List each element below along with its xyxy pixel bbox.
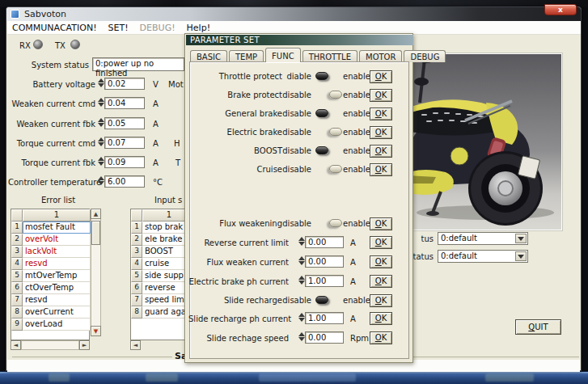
spinner-control[interactable] xyxy=(97,136,104,148)
tab-temp[interactable]: TEMP xyxy=(229,50,264,62)
spinner-control[interactable] xyxy=(298,311,305,323)
row-number: 4 xyxy=(11,258,23,270)
scooter-illustration xyxy=(408,54,561,230)
row-number: 9 xyxy=(11,319,23,331)
tab-debug[interactable]: DEBUG xyxy=(404,50,446,62)
weaken-current-cmd-field[interactable]: 0.04 xyxy=(104,97,145,109)
slide-recharge-toggle[interactable] xyxy=(315,296,338,305)
status-combobox[interactable]: 0:default xyxy=(438,250,528,263)
flux-weakening-toggle[interactable] xyxy=(319,219,342,228)
ok-label: OK xyxy=(370,276,391,287)
ok-button[interactable]: OK xyxy=(370,126,392,139)
error-cell[interactable]: mtOverTemp xyxy=(23,270,91,282)
torque-current-cmd-field[interactable]: 0.07 xyxy=(104,137,145,149)
ok-button[interactable]: OK xyxy=(370,236,392,249)
throttle-protect-toggle[interactable] xyxy=(315,72,338,81)
slide-rechage-speed-field[interactable]: 0.00 xyxy=(305,331,344,344)
tab-motor[interactable]: MOTOR xyxy=(359,50,402,62)
scroll-left-icon[interactable]: ◄ xyxy=(130,340,141,350)
ok-button[interactable]: OK xyxy=(370,89,392,102)
ok-button[interactable]: OK xyxy=(370,145,392,158)
torque-current-fbk-field[interactable]: 0.09 xyxy=(104,156,145,168)
dialog-titlebar[interactable]: PARAMETER SET xyxy=(186,35,413,45)
spinner-control[interactable] xyxy=(298,331,305,343)
system-status-combobox[interactable]: 0:power up no finished xyxy=(92,57,184,71)
ok-button[interactable]: OK xyxy=(370,108,392,120)
readout-label: Weaken current fbk xyxy=(8,120,95,129)
reverse-current-limit-field[interactable]: 0.00 xyxy=(305,236,344,248)
weaken-current-fbk-field[interactable]: 0.05 xyxy=(104,117,145,129)
quit-button[interactable]: QUIT xyxy=(515,319,561,335)
enable-label: enable xyxy=(343,219,370,228)
scroll-up-icon[interactable]: ▲ xyxy=(91,209,101,219)
ok-button[interactable]: OK xyxy=(370,294,392,307)
unit-label: A xyxy=(153,99,159,108)
ok-button[interactable]: OK xyxy=(370,163,392,176)
spinner-control[interactable] xyxy=(298,255,305,267)
menu-set[interactable]: SET! xyxy=(108,23,129,33)
chevron-down-icon[interactable] xyxy=(515,251,527,261)
error-cell[interactable]: lackVolt xyxy=(23,246,91,258)
ok-button[interactable]: OK xyxy=(370,217,392,230)
menu-communication[interactable]: COMMUNACATION! xyxy=(12,23,97,33)
readout-label: Controller temperature xyxy=(8,178,95,187)
row-number: 6 xyxy=(11,282,23,294)
error-cell[interactable]: resvd xyxy=(23,258,91,270)
ok-button[interactable]: OK xyxy=(370,70,392,83)
titlebar xyxy=(6,7,581,21)
error-cell[interactable]: resvd xyxy=(23,294,91,306)
spinner-control[interactable] xyxy=(97,155,104,167)
scroll-down-icon[interactable]: ▼ xyxy=(91,326,101,336)
main-window: Sabvoton x COMMUNACATION! SET! DEBUG! He… xyxy=(6,6,582,371)
spin-row-label: Flux weaken current xyxy=(188,258,289,267)
clipped-label-fragment: H xyxy=(174,139,180,148)
spinner-control[interactable] xyxy=(97,116,104,129)
menu-help[interactable]: Help! xyxy=(187,23,211,33)
groupbox-border xyxy=(12,357,172,358)
slide-recharge-ph-current-field[interactable]: 1.00 xyxy=(305,312,344,324)
close-button[interactable]: x xyxy=(544,4,577,15)
spin-row-label: Reverse current limit xyxy=(188,238,289,247)
ok-button[interactable]: OK xyxy=(370,255,392,268)
status-combobox[interactable]: 0:default xyxy=(438,232,528,245)
error-cell[interactable]: ctOverTemp xyxy=(23,282,91,294)
flux-weaken-current-field[interactable]: 0.00 xyxy=(305,255,344,268)
toggle-row-label: Throttle protect xyxy=(192,72,282,81)
cruise-toggle[interactable] xyxy=(319,165,342,174)
ok-label: OK xyxy=(370,71,391,82)
spinner-control[interactable] xyxy=(298,274,305,286)
error-cell[interactable]: mosfet Fault xyxy=(23,222,91,234)
error-cell[interactable]: overLoad xyxy=(23,319,91,331)
error-cell[interactable]: overCurrent xyxy=(23,306,91,319)
electric-brake-ph-current-field[interactable]: 1.00 xyxy=(305,275,344,287)
spinner-control[interactable] xyxy=(97,175,104,187)
row-number: 7 xyxy=(11,294,23,306)
scroll-left-icon[interactable]: ◄ xyxy=(11,340,21,350)
error-hscrollbar[interactable] xyxy=(21,340,79,350)
electric-brake-toggle[interactable] xyxy=(319,128,342,137)
spinner-control[interactable] xyxy=(97,96,104,108)
error-cell[interactable]: overVolt xyxy=(23,234,91,246)
controller-temperature-field[interactable]: 6.00 xyxy=(104,175,145,188)
ok-button[interactable]: OK xyxy=(370,331,392,344)
row-number: 2 xyxy=(131,234,142,246)
row-number: 5 xyxy=(131,270,142,282)
scroll-right-icon[interactable]: ► xyxy=(79,340,90,350)
scroll-thumb[interactable] xyxy=(91,221,100,245)
row-number: 4 xyxy=(131,258,142,270)
spinner-control[interactable] xyxy=(298,235,305,247)
row-number: 7 xyxy=(131,294,142,306)
chevron-down-icon[interactable] xyxy=(515,234,527,243)
unit-label: A xyxy=(350,277,356,286)
battery-voltage-field[interactable]: 0.02 xyxy=(104,78,145,90)
general-brake-toggle[interactable] xyxy=(315,109,338,118)
groupbox-border xyxy=(413,357,579,358)
tab-throttle[interactable]: THROTTLE xyxy=(302,50,357,62)
tab-func[interactable]: FUNC xyxy=(265,48,301,62)
tab-basic[interactable]: BASIC xyxy=(190,50,227,62)
brake-protect-toggle[interactable] xyxy=(319,91,342,99)
boost-toggle[interactable] xyxy=(315,146,338,155)
spinner-control[interactable] xyxy=(97,77,104,89)
ok-button[interactable]: OK xyxy=(370,275,392,288)
ok-button[interactable]: OK xyxy=(370,312,392,325)
